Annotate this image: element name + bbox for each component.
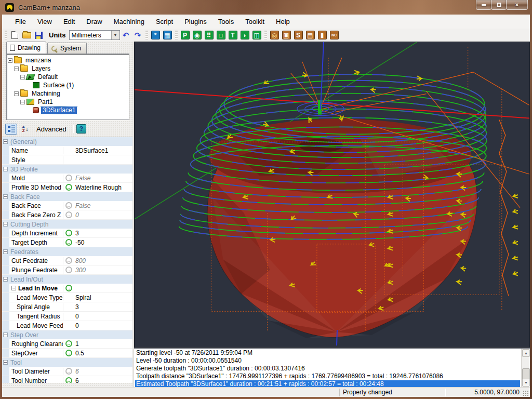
- mop-engrave-button[interactable]: S: [293, 30, 304, 41]
- message-log[interactable]: Starting level -50 at 7/26/2011 9:59:04 …: [134, 348, 530, 387]
- property-row-mold[interactable]: Mold→False: [2, 174, 132, 183]
- tree-item-machining[interactable]: Machining: [8, 89, 128, 98]
- grid-toggle-button[interactable]: ▦: [162, 30, 173, 41]
- advanced-button[interactable]: Advanced: [33, 125, 70, 133]
- menu-item-tools[interactable]: Tools: [212, 16, 240, 28]
- draw-pointlist-button[interactable]: ⠿: [204, 30, 215, 41]
- property-row-lead-move-feedrate[interactable]: Lead Move Feedrate0: [2, 321, 132, 330]
- property-row-style[interactable]: Style: [2, 155, 132, 165]
- save-file-button[interactable]: [33, 30, 44, 41]
- scroll-down-icon[interactable]: ▼: [522, 379, 530, 387]
- tab-system[interactable]: System: [47, 43, 87, 54]
- property-row-lead-move-type[interactable]: Lead Move TypeSpiral: [2, 293, 132, 302]
- property-value[interactable]: 1: [74, 340, 132, 348]
- property-value[interactable]: Spiral: [74, 294, 132, 301]
- property-value[interactable]: False: [74, 175, 132, 182]
- log-line[interactable]: Generate toolpath "3DSurface1" duration …: [135, 365, 520, 373]
- minimize-button[interactable]: [476, 0, 491, 10]
- open-file-button[interactable]: [21, 30, 32, 41]
- tree-item-default[interactable]: Default: [8, 73, 128, 81]
- redo-button[interactable]: ↷: [132, 30, 143, 41]
- menu-item-file[interactable]: File: [9, 16, 32, 28]
- tree-expander-icon[interactable]: [14, 91, 19, 96]
- section-expander-icon[interactable]: [3, 249, 8, 254]
- log-line[interactable]: Estimated Toolpath "3DSurface1" duration…: [135, 380, 520, 387]
- property-value[interactable]: 6: [74, 377, 132, 383]
- property-value[interactable]: 3: [74, 230, 132, 237]
- scroll-up-icon[interactable]: ▲: [522, 349, 530, 357]
- section-expander-icon[interactable]: [3, 277, 8, 282]
- property-value[interactable]: 3DSurface1: [74, 147, 132, 154]
- draw-arc-button[interactable]: ◗: [240, 30, 250, 41]
- resize-grip[interactable]: [523, 390, 529, 396]
- log-scrollbar[interactable]: ▲ ▼: [521, 349, 530, 387]
- mop-profile-button[interactable]: ◎: [269, 30, 280, 41]
- property-section-3d-profile[interactable]: 3D Profile: [2, 165, 132, 174]
- 3d-viewport[interactable]: [134, 42, 530, 348]
- dropdown-arrow-icon[interactable]: ▼: [111, 31, 119, 39]
- draw-rectangle-button[interactable]: □: [216, 30, 227, 41]
- section-expander-icon[interactable]: [3, 332, 8, 337]
- snap-points-button[interactable]: *: [150, 30, 161, 41]
- tab-drawing[interactable]: Drawing: [6, 42, 46, 54]
- property-row-roughing-clearance[interactable]: Roughing Clearance→1: [2, 339, 132, 349]
- mop-pocket-button[interactable]: ▣: [281, 30, 292, 41]
- tree-item-part1[interactable]: Part1: [8, 98, 128, 106]
- draw-surface-button[interactable]: ◫: [251, 30, 262, 41]
- row-expander-icon[interactable]: [11, 286, 16, 290]
- draw-polyline-button[interactable]: P: [180, 30, 191, 41]
- help-button[interactable]: ?: [76, 124, 86, 134]
- menu-item-toolkit[interactable]: Toolkit: [240, 16, 270, 28]
- property-row-lead-in-move[interactable]: Lead In Move→: [2, 284, 132, 293]
- tree-item-layers[interactable]: Layers: [8, 64, 128, 73]
- property-value[interactable]: 300: [74, 267, 132, 274]
- undo-button[interactable]: ↶: [121, 30, 131, 41]
- tree-item-surface-1-[interactable]: Surface (1): [8, 81, 128, 89]
- property-row-tangent-radius[interactable]: Tangent Radius0: [2, 312, 132, 321]
- property-row-cut-feedrate[interactable]: Cut Feedrate→800: [2, 256, 132, 265]
- property-section-back-face[interactable]: Back Face: [2, 192, 132, 201]
- property-row-back-face-zero-z[interactable]: Back Face Zero Z→0: [2, 210, 132, 220]
- property-row-tool-number[interactable]: Tool Number→6: [2, 376, 132, 383]
- property-section-feedrates[interactable]: Feedrates: [2, 247, 132, 256]
- property-row-depth-increment[interactable]: Depth Increment→3: [2, 229, 132, 238]
- property-value[interactable]: 6: [74, 368, 132, 375]
- log-line[interactable]: Toolpath distance "3DSurface1" : 17476.9…: [135, 373, 520, 380]
- property-row-back-face[interactable]: Back Face→False: [2, 201, 132, 210]
- menu-item-draw[interactable]: Draw: [81, 16, 108, 28]
- property-value[interactable]: 3: [74, 303, 132, 311]
- property-value[interactable]: False: [74, 202, 132, 209]
- section-expander-icon[interactable]: [3, 222, 8, 227]
- draw-circle-button[interactable]: ◉: [192, 30, 203, 41]
- property-row-stepover[interactable]: StepOver→0.5: [2, 349, 132, 358]
- mop-3dsurface-button[interactable]: ▤: [305, 30, 316, 41]
- property-section-cutting-depth[interactable]: Cutting Depth: [2, 220, 132, 229]
- property-value[interactable]: 0.5: [74, 350, 132, 357]
- log-line[interactable]: Starting level -50 at 7/26/2011 9:59:04 …: [135, 349, 520, 357]
- section-expander-icon[interactable]: [3, 194, 8, 199]
- section-expander-icon[interactable]: [3, 360, 8, 365]
- tree-item-manzana[interactable]: manzana: [8, 56, 128, 64]
- section-expander-icon[interactable]: [3, 139, 8, 144]
- property-section-lead-in-out[interactable]: Lead In/Out: [2, 275, 132, 284]
- property-value[interactable]: 0: [74, 322, 132, 329]
- sort-alphabetical-button[interactable]: A Z ↓: [19, 124, 31, 135]
- property-value[interactable]: -50: [74, 239, 132, 246]
- menu-item-edit[interactable]: Edit: [58, 16, 81, 28]
- menu-item-plugins[interactable]: Plugins: [179, 16, 212, 28]
- tree-expander-icon[interactable]: [14, 66, 19, 71]
- close-button[interactable]: ×: [506, 0, 528, 10]
- property-value[interactable]: 0: [74, 211, 132, 219]
- property-row-name[interactable]: Name3DSurface1: [2, 146, 132, 155]
- property-value[interactable]: 0: [74, 313, 132, 320]
- post-process-button[interactable]: NC: [329, 30, 340, 41]
- property-value[interactable]: 800: [74, 257, 132, 264]
- tree-item-3dsurface1[interactable]: 3DSurface1: [8, 106, 128, 114]
- drawing-tree[interactable]: manzanaLayersDefaultSurface (1)Machining…: [6, 54, 129, 120]
- log-line[interactable]: Level -50 duration : 00:00:00.0551540: [135, 357, 520, 365]
- menu-item-help[interactable]: Help: [270, 16, 296, 28]
- section-expander-icon[interactable]: [3, 167, 8, 171]
- units-combo[interactable]: Millimeters▼: [69, 30, 120, 40]
- tree-expander-icon[interactable]: [20, 100, 25, 104]
- property-row-plunge-feedrate[interactable]: Plunge Feedrate→300: [2, 265, 132, 275]
